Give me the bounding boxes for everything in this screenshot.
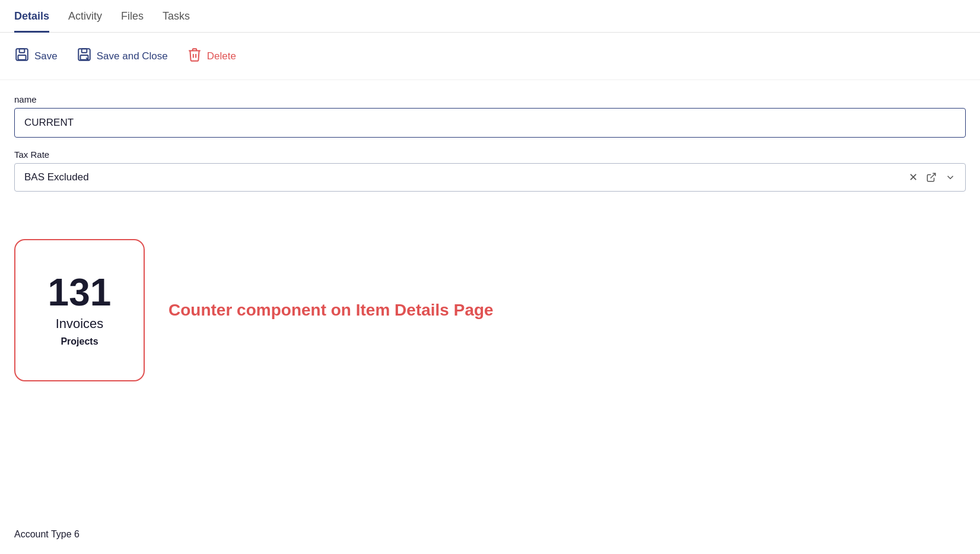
- counter-label: Invoices: [56, 316, 104, 332]
- counter-card[interactable]: 131 Invoices Projects: [14, 239, 145, 381]
- form-section: name Tax Rate BAS Excluded ✕: [0, 80, 980, 192]
- toolbar: Save Save and Close: [0, 33, 980, 80]
- tax-rate-value: BAS Excluded: [24, 171, 909, 183]
- name-field-group: name: [14, 94, 966, 138]
- tax-rate-select[interactable]: BAS Excluded ✕: [14, 163, 966, 192]
- save-button[interactable]: Save: [14, 44, 58, 68]
- counter-number: 131: [48, 273, 112, 311]
- svg-rect-4: [81, 49, 87, 53]
- save-icon: [14, 47, 30, 65]
- counter-description: Counter component on Item Details Page: [168, 300, 494, 321]
- svg-line-7: [931, 173, 936, 178]
- external-link-icon[interactable]: [926, 172, 937, 183]
- delete-button[interactable]: Delete: [187, 44, 236, 68]
- clear-icon[interactable]: ✕: [909, 171, 918, 184]
- name-label: name: [14, 94, 966, 104]
- tab-activity[interactable]: Activity: [68, 1, 102, 33]
- tax-rate-field-group: Tax Rate BAS Excluded ✕: [14, 149, 966, 192]
- svg-rect-2: [18, 55, 26, 60]
- name-input[interactable]: [14, 108, 966, 138]
- account-type-label: Account Type: [14, 529, 72, 539]
- trash-icon: [187, 47, 202, 65]
- tabs-bar: Details Activity Files Tasks: [0, 0, 980, 33]
- svg-rect-1: [20, 49, 25, 53]
- account-type-value: 6: [74, 529, 79, 539]
- counter-section: 131 Invoices Projects Counter component …: [0, 203, 980, 396]
- page-footer: Account Type 6: [14, 529, 79, 540]
- tax-rate-label: Tax Rate: [14, 149, 966, 160]
- tab-tasks[interactable]: Tasks: [163, 1, 190, 33]
- tab-files[interactable]: Files: [121, 1, 144, 33]
- save-and-close-button[interactable]: Save and Close: [77, 44, 168, 68]
- tab-details[interactable]: Details: [14, 1, 49, 33]
- chevron-down-icon[interactable]: [945, 172, 956, 183]
- save-close-icon: [77, 47, 92, 65]
- page-container: Details Activity Files Tasks Save: [0, 0, 980, 554]
- counter-sublabel: Projects: [61, 336, 98, 347]
